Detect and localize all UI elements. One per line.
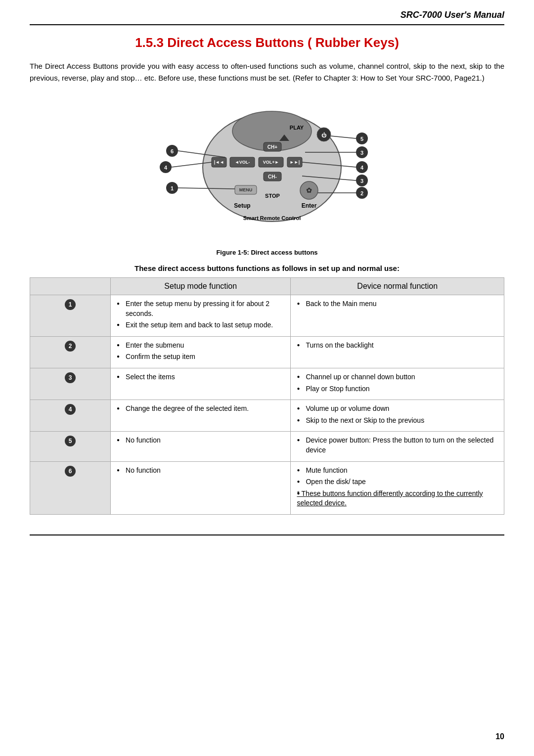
svg-text:✿: ✿: [306, 186, 312, 194]
svg-text:CH-: CH-: [268, 174, 277, 179]
device-cell: Channel up or channel down buttonPlay or…: [291, 368, 504, 400]
row-badge: 2: [30, 336, 111, 368]
table-col-device: Device normal function: [291, 278, 504, 295]
page-container: SRC-7000 User's Manual 1.5.3 Direct Acce…: [0, 0, 534, 756]
figure-caption: Figure 1-5: Direct access buttons: [30, 249, 504, 256]
list-item: Confirm the setup item: [117, 352, 284, 362]
svg-text:PLAY: PLAY: [290, 125, 304, 131]
list-item: No function: [117, 466, 284, 476]
setup-cell: Enter the submenuConfirm the setup item: [111, 336, 291, 368]
setup-cell: No function: [111, 432, 291, 461]
list-item: Open the disk/ tape: [297, 477, 498, 487]
remote-diagram: PLAY ⏻ CH+ |◄◄ ◄VOL- VOL+►: [30, 94, 504, 244]
svg-text:2: 2: [360, 190, 363, 196]
table-row: 3Select the itemsChannel up or channel d…: [30, 368, 504, 400]
list-item: Back to the Main menu: [297, 299, 498, 309]
svg-text:3: 3: [360, 150, 363, 156]
remote-svg: PLAY ⏻ CH+ |◄◄ ◄VOL- VOL+►: [138, 94, 396, 242]
svg-text:VOL+►: VOL+►: [263, 160, 279, 165]
svg-text:Smart Remote Control: Smart Remote Control: [243, 215, 301, 221]
svg-text:◄VOL-: ◄VOL-: [235, 160, 250, 165]
list-item: Channel up or channel down button: [297, 372, 498, 382]
table-row: 1Enter the setup menu by pressing it for…: [30, 295, 504, 337]
setup-cell: Enter the setup menu by pressing it for …: [111, 295, 291, 337]
row-badge: 3: [30, 368, 111, 400]
table-col-num: [30, 278, 111, 295]
header-title: SRC-7000 User's Manual: [400, 10, 504, 20]
row-badge: 1: [30, 295, 111, 337]
list-item: Select the items: [117, 372, 284, 382]
row-badge: 6: [30, 461, 111, 514]
page-number: 10: [495, 732, 504, 741]
intro-text: The Direct Access Buttons provide you wi…: [30, 60, 504, 84]
svg-text:MENU: MENU: [239, 187, 253, 192]
svg-text:3: 3: [360, 178, 363, 184]
device-cell: Back to the Main menu: [291, 295, 504, 337]
list-item: * These buttons function differently acc…: [297, 489, 498, 508]
device-cell: Volume up or volume downSkip to the next…: [291, 400, 504, 432]
table-row: 6No functionMute functionOpen the disk/ …: [30, 461, 504, 514]
setup-cell: Change the degree of the selected item.: [111, 400, 291, 432]
list-item: Mute function: [297, 466, 498, 476]
bottom-border: [30, 534, 504, 535]
list-item: Enter the setup menu by pressing it for …: [117, 299, 284, 318]
svg-text:CH+: CH+: [267, 144, 277, 150]
setup-cell: No function: [111, 461, 291, 514]
svg-text:1: 1: [171, 185, 174, 191]
svg-text:|◄◄: |◄◄: [214, 160, 224, 165]
section-title: 1.5.3 Direct Access Buttons ( Rubber Key…: [30, 35, 504, 50]
device-cell: Turns on the backlight: [291, 336, 504, 368]
device-cell: Device power button: Press the button to…: [291, 432, 504, 461]
list-item: Change the degree of the selected item.: [117, 404, 284, 414]
svg-text:5: 5: [360, 136, 363, 142]
table-row: 2Enter the submenuConfirm the setup item…: [30, 336, 504, 368]
list-item: No function: [117, 436, 284, 445]
function-table: Setup mode function Device normal functi…: [30, 277, 504, 515]
setup-cell: Select the items: [111, 368, 291, 400]
svg-text:⏻: ⏻: [321, 132, 327, 138]
list-item: Exit the setup item and back to last set…: [117, 320, 284, 330]
svg-text:STOP: STOP: [265, 193, 280, 199]
list-item: Device power button: Press the button to…: [297, 436, 498, 455]
svg-text:4: 4: [360, 165, 364, 171]
list-item: Enter the submenu: [117, 341, 284, 351]
list-item: Play or Stop function: [297, 384, 498, 394]
list-item: Turns on the backlight: [297, 341, 498, 351]
svg-text:Enter: Enter: [302, 202, 317, 209]
svg-text:Setup: Setup: [234, 202, 250, 209]
device-cell: Mute functionOpen the disk/ tape* These …: [291, 461, 504, 514]
row-badge: 5: [30, 432, 111, 461]
section-subtitle: These direct access buttons functions as…: [30, 264, 504, 272]
page-header: SRC-7000 User's Manual: [30, 10, 504, 25]
svg-text:►►|: ►►|: [290, 160, 300, 165]
svg-text:4: 4: [164, 165, 168, 171]
table-col-setup: Setup mode function: [111, 278, 291, 295]
list-item: Volume up or volume down: [297, 404, 498, 414]
svg-text:6: 6: [171, 148, 174, 154]
table-row: 5No functionDevice power button: Press t…: [30, 432, 504, 461]
svg-line-37: [331, 136, 356, 138]
list-item: Skip to the next or Skip to the previous: [297, 416, 498, 426]
row-badge: 4: [30, 400, 111, 432]
table-row: 4Change the degree of the selected item.…: [30, 400, 504, 432]
